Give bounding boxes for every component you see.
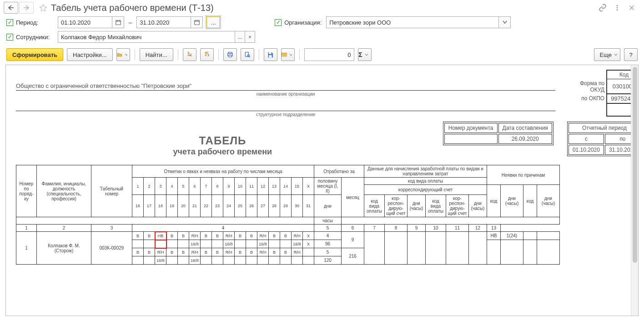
folder-icon [117,51,122,58]
find-button[interactable]: Найти... [140,48,173,61]
preview-icon [244,51,251,58]
mail-icon [282,52,287,57]
employees-pick-button[interactable]: ... [235,31,245,43]
expand-groups-button[interactable] [183,48,196,61]
employees-label: Сотрудники: [16,34,53,41]
run-report-button[interactable]: Сформировать [6,48,63,61]
svg-point-1 [617,7,618,9]
arrow-left-icon [8,5,14,10]
print-button[interactable] [223,48,237,61]
chevron-down-icon [365,53,368,56]
chevron-down-icon [289,53,292,56]
period-meta-table: Отчетный период спо 01.10.202031.10.2020 [567,122,639,156]
timesheet-table: Номер по поряд-ку Фамилия, инициалы, дол… [16,165,560,265]
svg-rect-8 [245,52,248,56]
period-label: Период: [16,19,53,26]
sigma-icon: Σ [358,51,362,58]
struct-sub-label: структурное подразделение [16,112,555,117]
send-button[interactable] [281,48,295,61]
org-label: Организация: [284,19,322,26]
preview-button[interactable] [241,48,254,61]
link-icon[interactable] [598,3,608,13]
doc-meta-table: Номер документаДата составления 26.09.20… [443,122,553,145]
chevron-down-icon [503,20,507,25]
period-checkbox[interactable] [6,19,13,26]
calendar-icon [115,19,121,26]
scrollbar-thumb[interactable] [633,67,637,263]
sum-value-field[interactable]: 0 [304,48,354,61]
chevron-down-icon [614,53,618,56]
org-input[interactable]: Петровские зори ООО [326,16,499,28]
close-icon[interactable] [627,3,637,13]
svg-rect-10 [269,52,271,54]
svg-rect-11 [269,55,272,57]
arrow-right-icon [23,5,30,10]
date-to-input[interactable]: 31.10.2020 [136,16,191,28]
diskette-icon [267,51,274,58]
org-sub-label: наименование организации [16,92,555,97]
more-button[interactable]: Еще [594,48,620,61]
expand-icon [186,51,193,58]
collapse-groups-button[interactable] [200,48,214,61]
org-dropdown-button[interactable] [499,16,511,28]
employees-checkbox[interactable] [6,34,13,41]
kebab-menu-icon[interactable] [612,3,622,13]
employees-input[interactable]: Колпаков Федор Михайлович [58,31,235,43]
save-button[interactable] [264,48,277,61]
printer-icon [226,51,234,58]
svg-point-2 [617,9,618,10]
vertical-scrollbar[interactable] [631,65,638,316]
report-title1: ТАБЕЛЬ [16,134,429,147]
collapse-icon [204,51,210,58]
page-title: Табель учета рабочего времени (Т-13) [51,3,598,13]
svg-rect-7 [229,55,231,57]
sum-button[interactable]: Σ [358,48,372,61]
help-button[interactable]: ? [624,48,638,61]
okud-label: Форма по ОКУД [574,79,607,94]
date-from-input[interactable]: 01.10.2020 [58,16,112,28]
date-from-calendar-button[interactable] [112,16,124,28]
date-to-calendar-button[interactable] [191,16,203,28]
org-full-name: Общество с ограниченной ответственностью… [16,70,555,91]
period-picker-button[interactable]: ... [206,16,220,28]
calendar-icon [194,19,200,26]
okpo-label: по ОКПО [574,94,607,103]
variants-button[interactable] [116,48,130,61]
svg-point-0 [617,5,618,6]
org-checkbox[interactable] [275,19,282,26]
favorite-star-icon[interactable] [38,3,48,13]
svg-rect-4 [194,20,199,25]
svg-rect-3 [116,20,121,25]
nav-back-button[interactable] [4,2,18,14]
report-area[interactable]: Общество с ограниченной ответственностью… [5,65,639,316]
settings-button[interactable]: Настройки... [67,48,113,61]
chevron-down-icon [125,53,127,56]
nav-forward-button [19,2,34,14]
employees-clear-button[interactable]: × [245,31,255,43]
report-title2: учета рабочего времени [16,147,429,157]
